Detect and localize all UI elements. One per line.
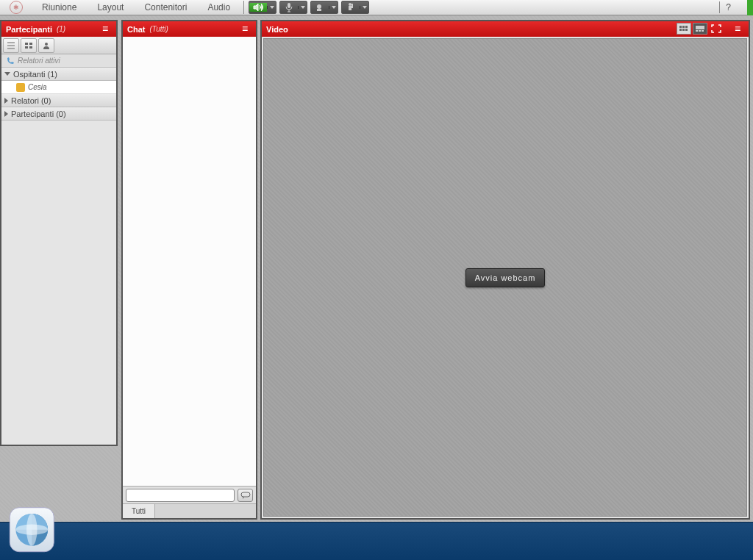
menu-contenitori[interactable]: Contenitori: [134, 0, 197, 15]
svg-rect-11: [241, 492, 250, 497]
chat-input-bar: [123, 486, 256, 503]
raise-hand-dropdown[interactable]: [360, 6, 368, 9]
chat-tab-all[interactable]: Tutti: [123, 504, 155, 518]
chat-input[interactable]: [126, 489, 235, 502]
chevron-down-icon: [4, 72, 10, 76]
active-speakers-row: Relatori attivi: [1, 54, 116, 68]
svg-rect-13: [682, 26, 685, 28]
svg-rect-20: [699, 30, 701, 32]
svg-rect-5: [351, 4, 353, 8]
svg-rect-18: [696, 26, 704, 29]
video-title: Video: [266, 25, 288, 34]
svg-point-3: [349, 3, 351, 6]
group-presenters[interactable]: Relatori (0): [1, 94, 116, 107]
chat-title: Chat: [127, 25, 145, 34]
user-options-button[interactable]: [38, 38, 54, 53]
chevron-right-icon: [4, 98, 8, 104]
active-speakers-label: Relatori attivi: [18, 57, 60, 65]
filmstrip-icon: [695, 25, 705, 32]
speaker-dropdown[interactable]: [267, 6, 276, 9]
menu-audio[interactable]: Audio: [197, 0, 240, 15]
svg-point-25: [26, 514, 38, 546]
webcam-icon: [315, 3, 325, 12]
video-area: Avvia webcam: [263, 38, 747, 517]
menu-riunione[interactable]: Riunione: [32, 0, 87, 15]
svg-rect-15: [679, 29, 682, 31]
separator: [243, 1, 244, 14]
chat-tabs: Tutti: [123, 503, 256, 518]
pod-menu-icon[interactable]: ≡: [97, 23, 113, 35]
chat-scope: (Tutti): [149, 25, 168, 33]
taskbar: [0, 522, 753, 560]
group-label: Relatori (0): [11, 96, 51, 105]
chat-header[interactable]: Chat (Tutti) ≡: [123, 21, 256, 37]
menu-layout[interactable]: Layout: [87, 0, 134, 15]
connection-indicator: [747, 0, 753, 15]
video-pod: Video ≡ Avvia webcam: [260, 20, 750, 520]
grid-icon: [679, 25, 689, 32]
group-hosts[interactable]: Ospitanti (1): [1, 68, 116, 81]
participants-list: Ospitanti (1) Cesia Relatori (0) Parteci…: [1, 68, 116, 445]
list-view-button[interactable]: [3, 38, 19, 53]
svg-rect-12: [679, 26, 682, 28]
svg-rect-6: [25, 43, 28, 45]
group-label: Ospitanti (1): [13, 70, 57, 79]
raise-hand-button[interactable]: [341, 1, 369, 14]
help-button[interactable]: ?: [720, 0, 737, 15]
logo-icon: ✱: [10, 1, 23, 14]
filmstrip-layout-button[interactable]: [693, 23, 707, 35]
svg-point-1: [317, 4, 321, 9]
speaker-icon: [253, 3, 263, 12]
pod-menu-icon[interactable]: ≡: [729, 23, 746, 35]
microphone-button[interactable]: [279, 1, 307, 14]
participants-title: Partecipanti: [6, 25, 52, 34]
speaker-button[interactable]: [249, 1, 276, 14]
svg-rect-14: [685, 26, 688, 28]
host-user-icon: [16, 83, 25, 92]
group-participants[interactable]: Partecipanti (0): [1, 107, 116, 121]
participants-toolbar: [1, 37, 116, 54]
chat-messages-area: [123, 37, 256, 486]
video-header[interactable]: Video ≡: [262, 21, 749, 37]
svg-rect-8: [25, 46, 28, 49]
microphone-icon: [285, 2, 293, 12]
participants-count: (1): [57, 25, 65, 33]
participants-header[interactable]: Partecipanti (1) ≡: [1, 21, 116, 37]
svg-rect-21: [702, 30, 704, 32]
svg-rect-0: [288, 3, 290, 8]
user-icon: [42, 42, 51, 49]
microphone-dropdown[interactable]: [298, 6, 307, 9]
grid-icon: [24, 42, 33, 49]
svg-point-10: [45, 43, 48, 46]
app-logo: ✱: [0, 0, 32, 15]
svg-rect-19: [696, 30, 698, 32]
start-webcam-button[interactable]: Avvia webcam: [465, 268, 546, 287]
svg-rect-17: [685, 29, 688, 31]
svg-rect-4: [349, 6, 351, 10]
participant-name: Cesia: [28, 83, 47, 91]
webcam-button[interactable]: [310, 1, 338, 14]
svg-rect-2: [317, 9, 321, 11]
chat-pod: Chat (Tutti) ≡ Tutti: [121, 20, 257, 520]
svg-rect-16: [682, 29, 685, 31]
chat-bubble-icon: [240, 492, 251, 499]
participants-pod: Partecipanti (1) ≡ Relatori attivi O: [0, 20, 118, 446]
svg-rect-9: [29, 46, 32, 49]
status-view-button[interactable]: [21, 38, 37, 53]
phone-icon: [6, 57, 15, 65]
chevron-right-icon: [4, 111, 8, 117]
svg-rect-7: [29, 43, 32, 45]
adobe-connect-app-icon[interactable]: [4, 498, 63, 557]
group-label: Partecipanti (0): [11, 110, 66, 118]
top-menu-bar: ✱ Riunione Layout Contenitori Audio ?: [0, 0, 753, 15]
participant-row[interactable]: Cesia: [1, 81, 116, 94]
webcam-dropdown[interactable]: [329, 6, 338, 9]
grid-layout-button[interactable]: [677, 23, 691, 35]
fullscreen-icon: [711, 24, 721, 33]
chat-send-button[interactable]: [238, 489, 253, 502]
list-icon: [7, 42, 15, 49]
raise-hand-icon: [346, 2, 355, 12]
fullscreen-button[interactable]: [709, 23, 724, 35]
pod-menu-icon[interactable]: ≡: [237, 23, 253, 35]
workspace: Partecipanti (1) ≡ Relatori attivi O: [0, 15, 753, 560]
